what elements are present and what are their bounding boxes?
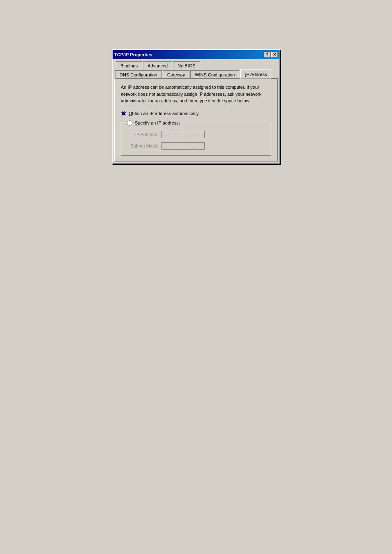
- tabs-row1: Bindings Advanced NetBIOS: [114, 61, 278, 69]
- subnet-mask-row: Subnet Mask: . . .: [125, 142, 267, 150]
- radio-specify-option[interactable]: Specify an IP address:: [127, 120, 180, 126]
- subnet-field-1[interactable]: [163, 143, 172, 149]
- tab-bindings[interactable]: Bindings: [116, 61, 142, 69]
- close-button[interactable]: ✕: [271, 52, 278, 58]
- radio-auto-option[interactable]: Obtain an IP address automatically: [121, 111, 271, 116]
- subnet-field-3[interactable]: [184, 143, 193, 149]
- specify-legend: Specify an IP address:: [125, 120, 182, 126]
- tab-advanced[interactable]: Advanced: [143, 61, 172, 69]
- tab-ip-address[interactable]: IP Address: [240, 69, 271, 78]
- ip-field-2[interactable]: [173, 132, 182, 137]
- dialog-body: Bindings Advanced NetBIOS DNS Configurat…: [113, 59, 279, 163]
- ip-address-label: IP Address:: [125, 132, 158, 137]
- tab-netbios[interactable]: NetBIOS: [173, 61, 200, 69]
- tab-dns-label: DNS Configuration: [120, 72, 157, 77]
- specify-group: Specify an IP address: IP Address: . . .: [121, 120, 271, 156]
- tab-bindings-label: Bindings: [120, 63, 138, 68]
- ip-field-4[interactable]: [194, 132, 203, 137]
- tab-gateway[interactable]: Gateway: [163, 70, 189, 78]
- ip-field-3[interactable]: [184, 132, 193, 137]
- subnet-field-2[interactable]: [173, 143, 182, 149]
- radio-specify-label: Specify an IP address:: [135, 120, 180, 125]
- tcp-ip-properties-dialog: TCP/IP Properties ? ✕ Bindings Advanced …: [112, 49, 280, 164]
- subnet-mask-label: Subnet Mask:: [125, 143, 158, 148]
- tab-ip-address-label: IP Address: [245, 72, 267, 77]
- radio-auto-input[interactable]: [121, 111, 126, 116]
- subnet-mask-input-group[interactable]: . . .: [161, 142, 205, 150]
- tab-netbios-label: NetBIOS: [178, 63, 195, 68]
- tab-advanced-label: Advanced: [148, 63, 168, 68]
- tab-wins[interactable]: WINS Configuration: [190, 70, 239, 78]
- title-bar: TCP/IP Properties ? ✕: [113, 50, 279, 59]
- title-bar-buttons: ? ✕: [264, 52, 278, 58]
- ip-address-row: IP Address: . . .: [125, 131, 267, 138]
- subnet-field-4[interactable]: [194, 143, 203, 149]
- tab-wins-label: WINS Configuration: [195, 72, 235, 77]
- tab-dns[interactable]: DNS Configuration: [115, 70, 162, 78]
- tabs-row2: DNS Configuration Gateway WINS Configura…: [114, 69, 278, 78]
- ip-field-1[interactable]: [163, 132, 172, 137]
- ip-address-input-group[interactable]: . . .: [161, 131, 205, 138]
- dialog-title: TCP/IP Properties: [114, 52, 152, 57]
- content-area: An IP address can be automatically assig…: [114, 78, 278, 162]
- help-button[interactable]: ?: [264, 52, 270, 58]
- description-text: An IP address can be automatically assig…: [121, 84, 271, 104]
- radio-auto-label: Obtain an IP address automatically: [129, 111, 198, 116]
- tab-gateway-label: Gateway: [167, 72, 185, 77]
- radio-specify-input[interactable]: [127, 120, 132, 126]
